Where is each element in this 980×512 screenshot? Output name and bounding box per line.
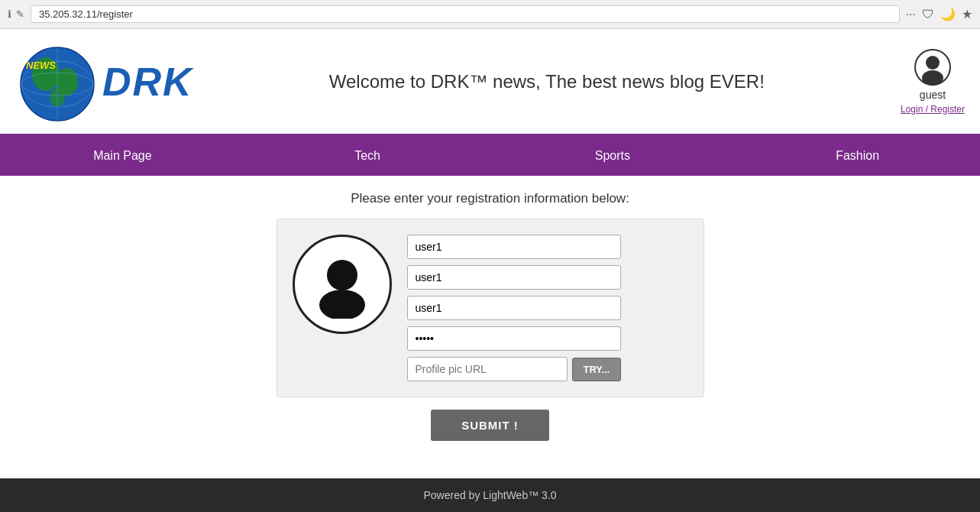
display-name-input[interactable]	[407, 265, 621, 290]
svg-point-11	[327, 260, 357, 290]
star-icon: ★	[962, 7, 972, 21]
username-input[interactable]	[407, 235, 621, 259]
edit-icon: ✎	[16, 8, 24, 20]
footer-text: Powered by LightWeb™ 3.0	[423, 489, 556, 501]
registration-title: Please enter your registration informati…	[351, 191, 629, 206]
svg-point-9	[926, 56, 940, 70]
shield-icon: 🛡	[922, 8, 934, 21]
login-register-link[interactable]: Login / Register	[901, 104, 965, 115]
profile-pic-row: TRY...	[407, 357, 688, 381]
url-bar[interactable]: 35.205.32.11/register	[31, 5, 900, 23]
registration-form-container: TRY...	[277, 219, 704, 397]
avatar-placeholder	[293, 235, 392, 334]
username-label: guest	[920, 89, 946, 101]
footer: Powered by LightWeb™ 3.0	[0, 478, 980, 512]
browser-controls: ··· 🛡 🌙 ★	[906, 7, 972, 21]
more-icon: ···	[906, 8, 916, 21]
main-content: Please enter your registration informati…	[0, 176, 980, 456]
info-icon: ℹ	[8, 8, 11, 20]
nav-bar: Main Page Tech Sports Fashion	[0, 136, 980, 176]
nav-item-sports[interactable]: Sports	[490, 138, 736, 174]
drk-logo-text: DRK	[102, 59, 193, 105]
site-header: NEWS DRK Welcome to DRK™ news, The best …	[0, 29, 980, 136]
submit-button[interactable]: SUBMIT !	[431, 410, 549, 441]
logo-area: NEWS DRK	[15, 40, 193, 124]
browser-bar: ℹ ✎ 35.205.32.11/register ··· 🛡 🌙 ★	[0, 0, 980, 29]
svg-point-12	[319, 290, 365, 319]
email-input[interactable]	[407, 296, 621, 320]
globe-logo: NEWS	[15, 40, 99, 124]
password-input[interactable]	[407, 326, 621, 351]
user-avatar-icon	[914, 49, 951, 86]
svg-text:NEWS: NEWS	[26, 60, 56, 71]
avatar-silhouette	[308, 250, 377, 319]
user-area: guest Login / Register	[901, 49, 965, 115]
svg-point-10	[922, 70, 943, 86]
nav-item-main-page[interactable]: Main Page	[0, 138, 245, 174]
url-text: 35.205.32.11/register	[39, 8, 133, 20]
nav-item-fashion[interactable]: Fashion	[735, 138, 980, 174]
moon-icon: 🌙	[940, 7, 956, 21]
nav-item-tech[interactable]: Tech	[245, 138, 490, 174]
profile-pic-input[interactable]	[407, 357, 568, 381]
form-fields: TRY...	[407, 235, 688, 381]
browser-icons-left: ℹ ✎	[8, 8, 24, 20]
welcome-message: Welcome to DRK™ news, The best news blog…	[193, 71, 901, 92]
try-button[interactable]: TRY...	[572, 358, 622, 381]
